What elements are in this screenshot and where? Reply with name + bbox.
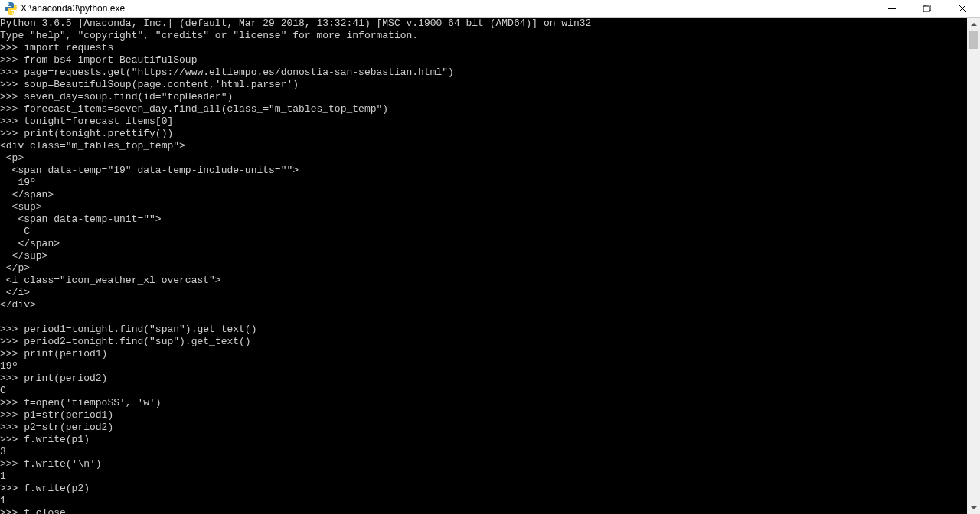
svg-point-0: [8, 3, 9, 4]
close-button[interactable]: [945, 0, 980, 17]
svg-rect-2: [888, 8, 896, 9]
terminal-wrap: Python 3.6.5 |Anaconda, Inc.| (default, …: [0, 18, 980, 514]
scroll-thumb[interactable]: [969, 31, 978, 49]
minimize-button[interactable]: [874, 0, 910, 17]
maximize-button[interactable]: [910, 0, 945, 17]
svg-rect-3: [923, 6, 929, 12]
window-controls: [874, 0, 980, 17]
scroll-down-arrow[interactable]: [967, 501, 980, 514]
terminal-output[interactable]: Python 3.6.5 |Anaconda, Inc.| (default, …: [0, 18, 967, 514]
scroll-track[interactable]: [967, 31, 980, 501]
svg-point-1: [12, 12, 13, 13]
scrollbar[interactable]: [967, 18, 980, 514]
app-icon: [5, 2, 17, 15]
window-title-bar: X:\anaconda3\python.exe: [0, 0, 980, 18]
scroll-up-arrow[interactable]: [967, 18, 980, 31]
window-title: X:\anaconda3\python.exe: [21, 3, 874, 14]
